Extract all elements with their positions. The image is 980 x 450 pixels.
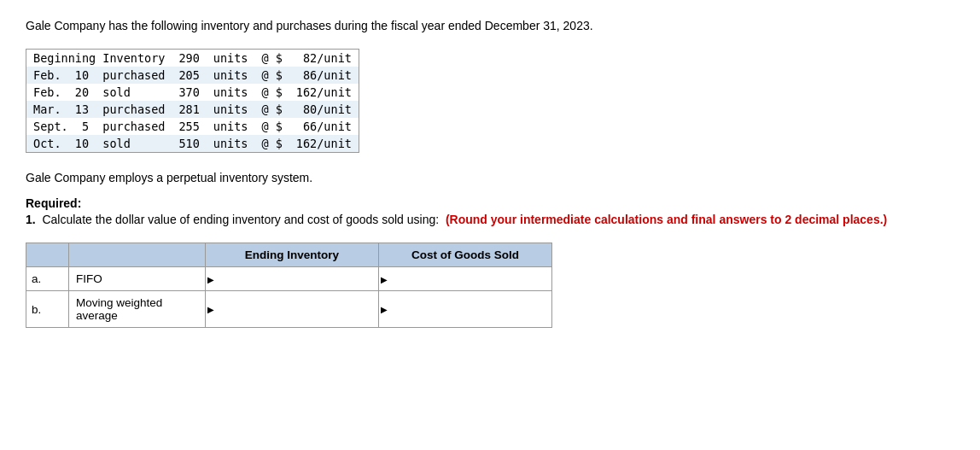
question-number: 1. <box>26 213 36 226</box>
cogs-header: Cost of Goods Sold <box>379 243 552 267</box>
answer-table-wrapper: Ending Inventory Cost of Goods Sold a. F… <box>26 243 954 328</box>
perpetual-paragraph: Gale Company employs a perpetual invento… <box>26 171 954 184</box>
row-at: @ $ <box>254 50 289 67</box>
row-a-letter: a. <box>26 267 69 291</box>
row-unit-label: units <box>207 84 255 101</box>
table-row: Oct. 10 sold 510 units @ $ 162/unit <box>26 135 359 152</box>
required-label: Required: <box>26 196 81 210</box>
mwa-cogs-field[interactable] <box>388 303 543 316</box>
row-unit-label: units <box>207 118 255 135</box>
question-body: Calculate the dollar value of ending inv… <box>42 213 439 226</box>
table-row: Feb. 20 sold 370 units @ $ 162/unit <box>26 84 359 101</box>
row-b-label: Moving weighted average <box>69 291 206 328</box>
ending-inventory-header: Ending Inventory <box>206 243 379 267</box>
row-a-ending-inventory-input[interactable] <box>206 267 379 291</box>
blank-header-1 <box>26 243 69 267</box>
row-label: Beginning Inventory <box>26 50 172 67</box>
row-unit-label: units <box>207 135 255 152</box>
row-price: 80/unit <box>289 101 359 118</box>
row-at: @ $ <box>254 101 289 118</box>
question-text: 1. Calculate the dollar value of ending … <box>26 213 887 226</box>
fifo-cogs-field[interactable] <box>388 272 543 285</box>
table-row: Mar. 13 purchased 281 units @ $ 80/unit <box>26 101 359 118</box>
row-b-letter: b. <box>26 291 69 328</box>
row-units: 370 <box>172 84 206 101</box>
row-price: 66/unit <box>289 118 359 135</box>
row-at: @ $ <box>254 118 289 135</box>
row-at: @ $ <box>254 135 289 152</box>
highlight-instructions: (Round your intermediate calculations an… <box>446 213 887 226</box>
row-at: @ $ <box>254 67 289 84</box>
row-price: 162/unit <box>289 135 359 152</box>
inventory-table: Beginning Inventory 290 units @ $ 82/uni… <box>26 50 359 152</box>
mwa-ending-inventory-field[interactable] <box>214 303 370 316</box>
answer-table-header: Ending Inventory Cost of Goods Sold <box>26 243 552 267</box>
fifo-ending-inventory-field[interactable] <box>214 272 370 285</box>
table-row: Beginning Inventory 290 units @ $ 82/uni… <box>26 50 359 67</box>
intro-paragraph: Gale Company has the following inventory… <box>26 17 954 35</box>
required-section: Required: 1. Calculate the dollar value … <box>26 196 954 229</box>
row-a-cogs-input[interactable] <box>379 267 552 291</box>
table-row: Feb. 10 purchased 205 units @ $ 86/unit <box>26 67 359 84</box>
row-price: 86/unit <box>289 67 359 84</box>
row-at: @ $ <box>254 84 289 101</box>
row-label: Oct. 10 sold <box>26 135 172 152</box>
row-label: Feb. 20 sold <box>26 84 172 101</box>
answer-row-b: b. Moving weighted average <box>26 291 552 328</box>
row-units: 255 <box>172 118 206 135</box>
row-b-cogs-input[interactable] <box>379 291 552 328</box>
row-b-ending-inventory-input[interactable] <box>206 291 379 328</box>
row-units: 281 <box>172 101 206 118</box>
blank-header-2 <box>69 243 206 267</box>
row-a-label: FIFO <box>69 267 206 291</box>
row-unit-label: units <box>207 50 255 67</box>
row-unit-label: units <box>207 101 255 118</box>
inventory-table-wrapper: Beginning Inventory 290 units @ $ 82/uni… <box>26 49 359 153</box>
row-units: 510 <box>172 135 206 152</box>
row-units: 290 <box>172 50 206 67</box>
answer-table: Ending Inventory Cost of Goods Sold a. F… <box>26 243 552 328</box>
answer-row-a: a. FIFO <box>26 267 552 291</box>
row-price: 162/unit <box>289 84 359 101</box>
table-row: Sept. 5 purchased 255 units @ $ 66/unit <box>26 118 359 135</box>
row-price: 82/unit <box>289 50 359 67</box>
row-label: Mar. 13 purchased <box>26 101 172 118</box>
row-unit-label: units <box>207 67 255 84</box>
row-units: 205 <box>172 67 206 84</box>
row-label: Feb. 10 purchased <box>26 67 172 84</box>
row-label: Sept. 5 purchased <box>26 118 172 135</box>
